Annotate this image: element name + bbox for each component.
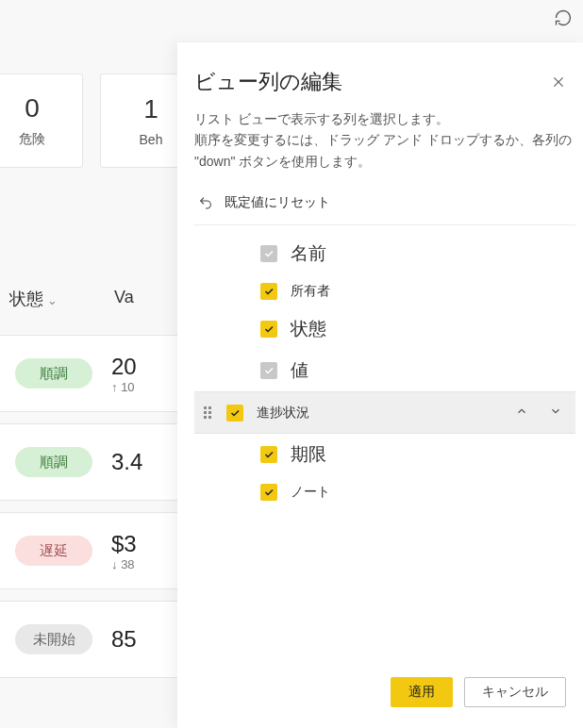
column-label: ノート — [291, 484, 566, 501]
value-text: $3 — [111, 531, 137, 557]
cancel-button[interactable]: キャンセル — [464, 677, 566, 707]
value-cell: $338 — [111, 531, 137, 571]
value-cell: 85 — [111, 626, 137, 653]
status-badge: 順調 — [15, 358, 92, 389]
move-up-button[interactable] — [511, 401, 532, 424]
table-header: 状態⌄ Va — [9, 288, 134, 310]
column-label: 状態 — [291, 317, 566, 341]
value-text: 3.4 — [111, 449, 142, 475]
column-header-status[interactable]: 状態⌄ — [9, 288, 58, 310]
summary-cards: 0 危険 1 Beh — [0, 74, 202, 168]
edit-columns-panel: ビュー列の編集 リスト ビューで表示する列を選択します。 順序を変更するには、ド… — [177, 42, 583, 728]
card-label: 危険 — [19, 131, 45, 148]
column-item[interactable]: 値 — [194, 350, 575, 391]
reset-row: 既定値にリセット — [194, 185, 575, 225]
table-row[interactable]: 順調3.4 — [0, 423, 189, 501]
value-text: 85 — [111, 626, 137, 653]
column-item[interactable]: 所有者 — [194, 274, 575, 308]
refresh-icon — [554, 8, 573, 27]
column-checkbox[interactable] — [260, 283, 277, 300]
table-body: 順調2010順調3.4遅延$338未開始85 — [0, 335, 189, 689]
panel-description: リスト ビューで表示する列を選択します。 順序を変更するには、ドラッグ アンド … — [194, 108, 575, 172]
undo-icon — [198, 195, 213, 210]
apply-button[interactable]: 適用 — [391, 677, 453, 707]
card-value: 1 — [143, 94, 158, 124]
status-badge: 順調 — [15, 447, 92, 477]
drag-handle-icon[interactable] — [202, 406, 213, 419]
reset-defaults-button[interactable]: 既定値にリセット — [225, 194, 330, 211]
column-checkbox[interactable] — [260, 446, 277, 463]
chevron-down-icon: ⌄ — [47, 293, 58, 307]
panel-footer: 適用 キャンセル — [194, 664, 575, 728]
card-risk[interactable]: 0 危険 — [0, 74, 83, 168]
column-checkbox[interactable] — [226, 405, 243, 422]
close-button[interactable] — [541, 65, 575, 99]
table-row[interactable]: 順調2010 — [0, 335, 189, 412]
value-cell: 3.4 — [111, 449, 142, 475]
panel-title: ビュー列の編集 — [194, 68, 541, 96]
reorder-arrows — [511, 401, 566, 424]
value-cell: 2010 — [111, 354, 137, 394]
column-checkbox[interactable] — [260, 321, 277, 338]
column-checkbox[interactable] — [260, 484, 277, 501]
status-badge: 遅延 — [15, 536, 92, 566]
status-badge: 未開始 — [15, 624, 92, 654]
column-checkbox — [260, 245, 277, 262]
value-sub: 10 — [111, 380, 137, 394]
value-sub: 38 — [111, 557, 137, 571]
topbar — [545, 0, 583, 38]
value-text: 20 — [111, 354, 137, 380]
table-row[interactable]: 遅延$338 — [0, 512, 189, 589]
column-item[interactable]: ノート — [194, 475, 575, 509]
move-down-button[interactable] — [545, 401, 566, 424]
column-label: 値 — [291, 358, 566, 383]
column-label: 進捗状況 — [257, 405, 498, 422]
column-header-value[interactable]: Va — [114, 288, 134, 310]
column-item[interactable]: 名前 — [194, 233, 575, 274]
card-label: Beh — [140, 132, 163, 147]
close-icon — [551, 74, 566, 90]
column-list: 名前所有者状態値進捗状況期限ノート — [194, 233, 575, 509]
column-item[interactable]: 進捗状況 — [194, 391, 575, 434]
column-label: 名前 — [291, 241, 566, 266]
table-row[interactable]: 未開始85 — [0, 601, 189, 678]
card-value: 0 — [25, 93, 40, 124]
column-label: 期限 — [291, 442, 566, 467]
column-checkbox — [260, 362, 277, 379]
column-item[interactable]: 期限 — [194, 434, 575, 475]
column-item[interactable]: 状態 — [194, 308, 575, 350]
refresh-button[interactable] — [554, 8, 575, 29]
column-label: 所有者 — [291, 283, 566, 300]
